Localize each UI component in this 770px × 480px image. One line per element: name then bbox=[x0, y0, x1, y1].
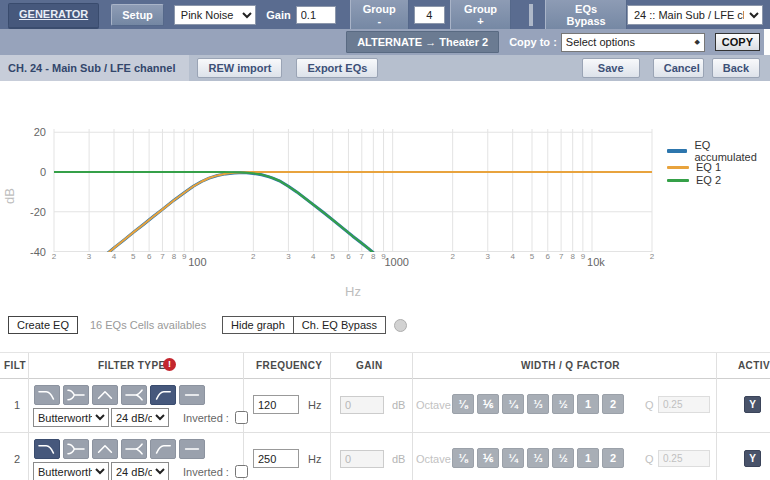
copy-to-select-value: Select options bbox=[566, 36, 635, 48]
legend-item[interactable]: EQ accumulated bbox=[667, 139, 770, 163]
legend-swatch bbox=[667, 166, 689, 169]
octave-width-button[interactable]: ⅙ bbox=[477, 448, 499, 468]
octave-width-button[interactable]: 2 bbox=[602, 448, 624, 468]
svg-text:7: 7 bbox=[360, 252, 365, 261]
rew-import-button[interactable]: REW import bbox=[197, 58, 282, 78]
highpass-filter-icon[interactable] bbox=[150, 385, 176, 405]
slope-select[interactable]: 24 dB/oct bbox=[111, 462, 169, 480]
inverted-label: Inverted : bbox=[183, 412, 229, 424]
gain-input[interactable] bbox=[340, 450, 384, 468]
octave-width-button[interactable]: ⅓ bbox=[527, 394, 549, 414]
select-diamond-icon: ◆ bbox=[694, 38, 699, 46]
svg-text:8: 8 bbox=[570, 252, 575, 261]
octave-width-button[interactable]: ½ bbox=[552, 394, 574, 414]
frequency-input[interactable] bbox=[253, 449, 299, 468]
filter-type-warning-icon[interactable]: ! bbox=[163, 358, 176, 371]
legend-swatch bbox=[667, 179, 689, 182]
q-input[interactable] bbox=[658, 450, 710, 467]
col-active: ACTIVE bbox=[738, 360, 770, 371]
inverted-checkbox[interactable] bbox=[235, 411, 248, 424]
tab-generator[interactable]: GENERATOR bbox=[8, 3, 99, 27]
octave-width-button[interactable]: ½ bbox=[552, 448, 574, 468]
svg-text:-40: -40 bbox=[30, 246, 46, 258]
octave-width-button[interactable]: ¼ bbox=[502, 448, 524, 468]
group-minus-button[interactable]: Group - bbox=[350, 0, 409, 32]
allpass-filter-icon[interactable] bbox=[179, 385, 205, 405]
svg-text:4: 4 bbox=[112, 252, 117, 261]
octave-width-button[interactable]: ⅛ bbox=[452, 394, 474, 414]
octave-width-button[interactable]: ⅙ bbox=[477, 394, 499, 414]
col-filt: FILT bbox=[4, 360, 26, 371]
svg-text:4: 4 bbox=[311, 252, 316, 261]
peak-filter-icon[interactable] bbox=[92, 385, 118, 405]
q-label: Q bbox=[645, 399, 654, 411]
channel-bar: CH. 24 - Main Sub / LFE channel REW impo… bbox=[0, 55, 770, 81]
eq-row-1: 1 Butterworth 24 dB/oct Inverted : Hz dB… bbox=[0, 379, 770, 433]
cancel-button[interactable]: Cancel bbox=[653, 58, 704, 78]
cells-available-text: 16 EQs Cells availables bbox=[90, 319, 206, 331]
group-input[interactable] bbox=[414, 6, 445, 24]
octave-width-button[interactable]: ⅛ bbox=[452, 448, 474, 468]
lowpass-filter-icon[interactable] bbox=[34, 439, 60, 459]
peak-filter-icon[interactable] bbox=[92, 439, 118, 459]
octave-width-button[interactable]: 1 bbox=[577, 394, 599, 414]
q-input[interactable] bbox=[658, 396, 710, 413]
lowpass-filter-icon[interactable] bbox=[34, 385, 60, 405]
back-button[interactable]: Back bbox=[712, 58, 760, 78]
ch-eq-bypass-button[interactable]: Ch. EQ Bypass bbox=[293, 317, 385, 333]
frequency-input[interactable] bbox=[253, 395, 299, 414]
highshelf-filter-icon[interactable] bbox=[121, 385, 147, 405]
svg-text:6: 6 bbox=[147, 252, 152, 261]
lowshelf-filter-icon[interactable] bbox=[63, 385, 89, 405]
generator-toolbar: GENERATOR Setup Pink Noise Gain Group - … bbox=[0, 0, 770, 29]
inverted-checkbox[interactable] bbox=[235, 465, 248, 478]
highshelf-filter-icon[interactable] bbox=[121, 439, 147, 459]
bypass-indicator-led[interactable] bbox=[394, 319, 407, 332]
hide-graph-button[interactable]: Hide graph bbox=[223, 317, 293, 333]
active-toggle[interactable]: Y bbox=[744, 396, 761, 413]
slope-select[interactable]: 24 dB/oct bbox=[111, 408, 169, 427]
legend-item[interactable]: EQ 2 bbox=[667, 174, 721, 186]
octave-width-button[interactable]: ¼ bbox=[502, 394, 524, 414]
col-gain: GAIN bbox=[356, 360, 383, 371]
octave-width-button[interactable]: 1 bbox=[577, 448, 599, 468]
svg-text:9: 9 bbox=[182, 252, 187, 261]
octave-label: Octave bbox=[416, 453, 451, 465]
toolbar-divider bbox=[529, 4, 533, 26]
highpass-filter-icon[interactable] bbox=[150, 439, 176, 459]
svg-text:2: 2 bbox=[450, 252, 455, 261]
gain-input[interactable] bbox=[340, 396, 384, 414]
copy-to-select[interactable]: Select options ◆ bbox=[561, 33, 705, 52]
gain-unit: dB bbox=[392, 399, 405, 411]
export-eqs-button[interactable]: Export EQs bbox=[296, 58, 378, 78]
svg-text:10k: 10k bbox=[587, 256, 605, 268]
row-number: 2 bbox=[10, 453, 24, 465]
svg-text:3: 3 bbox=[87, 252, 92, 261]
filter-family-select[interactable]: Butterworth bbox=[33, 408, 109, 427]
group-plus-button[interactable]: Group + bbox=[450, 0, 512, 32]
signal-select[interactable]: Pink Noise bbox=[174, 5, 256, 25]
svg-text:8: 8 bbox=[371, 252, 376, 261]
frequency-unit: Hz bbox=[308, 399, 321, 411]
copy-bar: ALTERNATE → Theater 2 Copy to : Select o… bbox=[0, 29, 770, 55]
save-button[interactable]: Save bbox=[582, 58, 640, 78]
eqs-bypass-button[interactable]: EQs Bypass bbox=[545, 0, 627, 32]
eq-row-2: 2 Butterworth 24 dB/oct Inverted : Hz dB… bbox=[0, 433, 770, 480]
filter-family-select[interactable]: Butterworth bbox=[33, 462, 109, 480]
lowshelf-filter-icon[interactable] bbox=[63, 439, 89, 459]
create-eq-button[interactable]: Create EQ bbox=[8, 316, 78, 334]
legend-item[interactable]: EQ 1 bbox=[667, 161, 721, 173]
allpass-filter-icon[interactable] bbox=[179, 439, 205, 459]
tab-setup[interactable]: Setup bbox=[111, 4, 164, 26]
octave-width-button[interactable]: 2 bbox=[602, 394, 624, 414]
col-frequency: FREQUENCY bbox=[256, 360, 322, 371]
octave-width-button[interactable]: ⅓ bbox=[527, 448, 549, 468]
channel-select[interactable]: 24 :: Main Sub / LFE channel bbox=[627, 5, 763, 25]
alternate-theater-button[interactable]: ALTERNATE → Theater 2 bbox=[346, 31, 499, 53]
gain-label: Gain bbox=[266, 9, 290, 21]
svg-text:1000: 1000 bbox=[384, 256, 408, 268]
svg-text:5: 5 bbox=[330, 252, 335, 261]
gain-input[interactable] bbox=[296, 6, 336, 24]
copy-button[interactable]: COPY bbox=[715, 33, 760, 51]
active-toggle[interactable]: Y bbox=[744, 450, 761, 467]
